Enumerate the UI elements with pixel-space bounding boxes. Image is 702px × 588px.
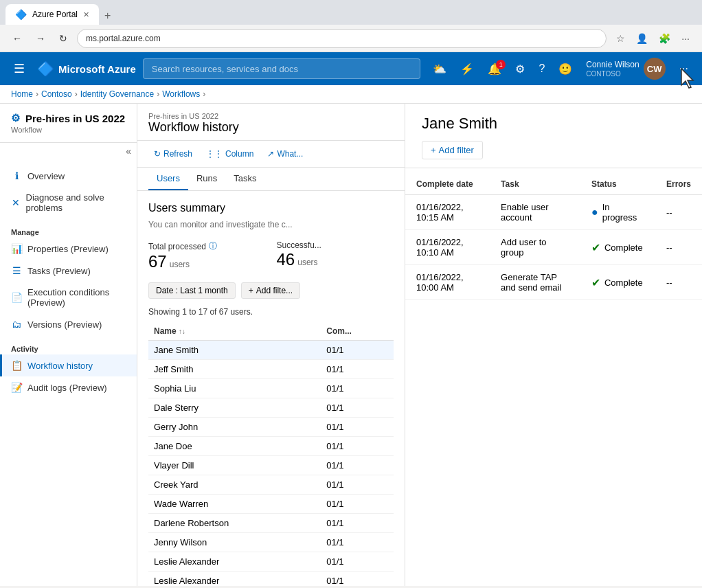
forward-button[interactable]: → [32,30,49,47]
detail-task-cell: Add user to group [490,230,580,265]
panel-content: Users summary You can monitor and invest… [137,191,405,586]
portal-header: ☰ 🔷 Microsoft Azure ⛅ ⚡ 🔔 1 ⚙ ? 🙂 Connie… [0,52,702,85]
user-name-cell: Jane Doe [148,437,321,456]
nav-icons: ☆ 👤 🧩 ··· [612,30,694,47]
refresh-nav-button[interactable]: ↻ [55,30,71,47]
hamburger-menu[interactable]: ☰ [8,58,30,79]
breadcrumb: Home › Contoso › Identity Governance › W… [0,85,702,104]
left-panel-header: Pre-hires in US 2022 Workflow history [137,104,405,141]
toolbar: ↻ Refresh ⋮⋮ Column ↗ What... [137,141,405,168]
diagnose-icon: ✕ [11,197,21,208]
col-complete-date: Complete date [405,174,490,195]
user-name-cell: Leslie Alexander [148,552,321,572]
page-title-prefix: Pre-hires in US 2022 [148,112,239,120]
column-button[interactable]: ⋮⋮ Column [201,146,259,161]
table-row[interactable]: Wade Warren 01/1 [148,495,394,514]
help-icon[interactable]: ? [533,58,550,79]
table-row[interactable]: Sophia Liu 01/1 [148,379,394,398]
sidebar-item-label: Properties (Preview) [27,244,109,254]
table-row[interactable]: Jeff Smith 01/1 [148,360,394,379]
breadcrumb-workflows[interactable]: Workflows [162,89,200,99]
settings-nav-icon[interactable]: ··· [677,30,694,47]
address-bar[interactable]: ms.portal.azure.com [77,29,607,48]
whatif-button[interactable]: ↗ What... [262,146,308,161]
feedback-icon[interactable]: 🙂 [553,58,578,80]
right-panel: Jane Smith + Add filter Complete date Ta… [405,104,702,586]
table-row[interactable]: Dale Sterry 01/1 [148,398,394,418]
tab-close-btn[interactable]: ✕ [83,10,89,19]
table-row[interactable]: Leslie Alexander 01/1 [148,552,394,572]
sidebar-item-label: Execution conditions (Preview) [27,287,126,308]
extensions-icon[interactable]: 🧩 [655,30,675,47]
sidebar-item-tasks[interactable]: ☰ Tasks (Preview) [0,260,137,282]
tab-title: Azure Portal [32,10,78,19]
detail-status-cell: ✔ Complete [580,230,655,265]
table-row[interactable]: Vlayer Dill 01/1 [148,456,394,475]
add-filter-list-button[interactable]: + Add filte... [241,282,300,299]
tab-users[interactable]: Users [148,168,188,190]
stat-total-processed: Total processed ⓘ 67 users [148,240,266,271]
notifications-icon[interactable]: 🔔 1 [482,58,507,80]
page-section-title: Workflow history [148,120,239,135]
detail-task-cell: Enable user account [490,195,580,230]
successful-label: Successfu... [277,240,321,250]
search-input[interactable] [152,64,412,74]
right-panel-header: Jane Smith + Add filter [405,104,702,168]
status-text: Complete [604,242,643,253]
browser-tab[interactable]: 🔷 Azure Portal ✕ [5,4,99,25]
user-date-cell: 01/1 [321,398,394,418]
sidebar-header: ⚙ Pre-hires in US 2022 Workflow [0,104,137,143]
new-tab-button[interactable]: + [99,7,116,25]
portal-search-bar[interactable] [143,58,421,79]
table-row[interactable]: Jenny Wilson 01/1 [148,533,394,552]
table-row[interactable]: Jane Smith 01/1 [148,341,394,360]
breadcrumb-home[interactable]: Home [11,89,33,99]
col-name[interactable]: Name ↑↓ [148,322,321,341]
detail-date-cell: 01/16/2022, 10:00 AM [405,265,490,300]
col-date[interactable]: Com... [321,322,394,341]
audit-logs-icon: 📝 [11,382,22,393]
total-processed-info-icon[interactable]: ⓘ [209,240,217,252]
collapse-sidebar-button[interactable]: « [126,146,131,157]
activity-label: Activity [0,341,137,354]
sidebar-item-properties[interactable]: 📊 Properties (Preview) [0,238,137,260]
date-filter-button[interactable]: Date : Last 1 month [148,282,236,299]
add-filter-list-icon: + [249,286,253,295]
more-options-icon[interactable]: ··· [674,58,694,79]
sidebar-item-audit-logs[interactable]: 📝 Audit logs (Preview) [0,376,137,398]
profile-icon[interactable]: 👤 [632,30,652,47]
users-summary-title: Users summary [148,202,394,214]
tab-tasks[interactable]: Tasks [225,168,264,190]
back-button[interactable]: ← [8,30,26,47]
sidebar-item-workflow-history[interactable]: 📋 Workflow history [0,354,137,376]
tab-runs[interactable]: Runs [188,168,225,190]
table-row[interactable]: Darlene Robertson 01/1 [148,514,394,533]
breadcrumb-contoso[interactable]: Contoso [41,89,72,99]
sidebar-collapse: « [0,143,137,159]
settings-icon[interactable]: ⚙ [510,58,530,80]
users-table: Name ↑↓ Com... Jane Smith 01/1 Jeff Smit… [148,322,394,586]
user-name-cell: Creek Yard [148,475,321,495]
sidebar-item-versions[interactable]: 🗂 Versions (Preview) [0,313,137,335]
table-row[interactable]: Jane Doe 01/1 [148,437,394,456]
powershell-icon[interactable]: ⚡ [455,58,479,80]
table-row[interactable]: Leslie Alexander 01/1 [148,572,394,587]
sidebar-item-diagnose[interactable]: ✕ Diagnose and solve problems [0,187,137,218]
sidebar-item-execution-conditions[interactable]: 📄 Execution conditions (Preview) [0,282,137,313]
total-processed-unit: users [170,260,190,269]
user-date-cell: 01/1 [321,514,394,533]
sidebar-item-overview[interactable]: ℹ Overview [0,165,137,187]
table-row[interactable]: Creek Yard 01/1 [148,475,394,495]
detail-task-cell: Generate TAP and send email [490,265,580,300]
breadcrumb-identity-governance[interactable]: Identity Governance [80,89,154,99]
add-filter-list-label: Add filte... [256,286,293,295]
refresh-button[interactable]: ↻ Refresh [148,146,198,161]
add-filter-button[interactable]: + Add filter [422,141,483,159]
properties-icon: 📊 [11,243,22,254]
favorites-icon[interactable]: ☆ [612,30,629,47]
add-filter-label: Add filter [439,145,474,155]
detail-date-cell: 01/16/2022, 10:15 AM [405,195,490,230]
user-info[interactable]: Connie Wilson CONTOSO CW [580,55,670,82]
cloud-shell-icon[interactable]: ⛅ [427,58,452,80]
table-row[interactable]: Gerry John 01/1 [148,418,394,437]
